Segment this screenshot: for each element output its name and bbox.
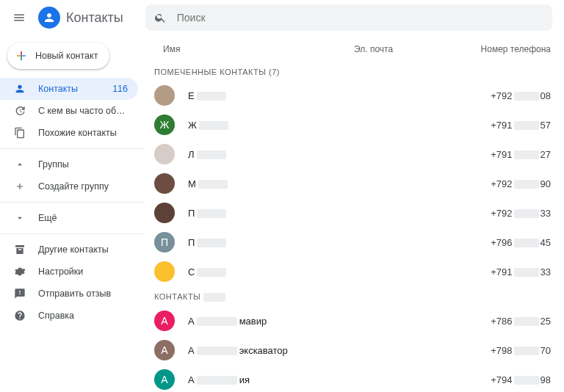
redacted-text	[514, 317, 539, 326]
contact-phone: +78625	[470, 316, 551, 327]
contact-row[interactable]: П+79233	[150, 198, 557, 228]
contact-phone: +79870	[470, 345, 551, 356]
sidebar-item-create-group[interactable]: Создайте группу	[0, 175, 138, 197]
menu-button[interactable]	[6, 4, 32, 31]
person-icon	[13, 83, 26, 95]
section-title: ПОМЕЧЕННЫЕ КОНТАКТЫ (7)	[150, 62, 557, 81]
sidebar-item-label: Справка	[38, 311, 128, 321]
sidebar: Новый контакт Контакты 116 С кем вы част…	[0, 35, 144, 392]
contact-row[interactable]: Е+79208	[150, 81, 557, 110]
sidebar-separator	[0, 233, 144, 234]
app-logo: Контакты	[38, 7, 132, 29]
new-contact-label: Новый контакт	[35, 51, 98, 61]
redacted-text	[514, 376, 539, 385]
avatar	[154, 173, 175, 194]
avatar: А	[154, 340, 175, 360]
redacted-text	[197, 150, 226, 159]
contact-phone: +79233	[470, 208, 551, 219]
sidebar-item-duplicates[interactable]: Похожие контакты	[0, 122, 138, 144]
contact-name: П	[188, 208, 357, 219]
redacted-text	[197, 317, 237, 326]
avatar: А	[154, 311, 175, 331]
sidebar-item-label: Настройки	[38, 266, 128, 277]
redacted-text	[197, 239, 226, 247]
sidebar-item-label: Похожие контакты	[38, 128, 128, 138]
sidebar-item-label: Группы	[38, 159, 128, 170]
redacted-text	[197, 268, 226, 277]
contact-row[interactable]: ЖЖ+79157	[150, 110, 557, 139]
contact-name: Е	[188, 90, 357, 101]
sidebar-item-help[interactable]: Справка	[0, 305, 138, 327]
sidebar-item-label: Отправить отзыв	[38, 288, 128, 299]
sidebar-item-label: С кем вы часто общае…	[38, 106, 128, 116]
contact-name: Амавир	[188, 316, 357, 327]
contact-phone: +79157	[470, 120, 551, 131]
sidebar-item-feedback[interactable]: Отправить отзыв	[0, 283, 138, 305]
contact-row[interactable]: ААмавир+78625	[150, 306, 557, 335]
sidebar-separator	[0, 202, 144, 203]
contact-row[interactable]: ПП+79645	[150, 228, 557, 257]
avatar: А	[154, 369, 175, 390]
redacted-text	[514, 268, 539, 277]
avatar: Ж	[154, 115, 175, 135]
redacted-text	[197, 346, 237, 355]
sidebar-item-label: Контакты	[38, 84, 101, 94]
contact-row[interactable]: ААэкскаватор+79870	[150, 335, 557, 365]
redacted-text	[514, 209, 539, 218]
contact-name: П	[188, 237, 357, 248]
contact-phone: +79498	[470, 374, 551, 385]
sidebar-separator	[0, 148, 144, 149]
help-icon	[13, 310, 26, 322]
contact-name: С	[188, 266, 357, 277]
redacted-text	[197, 209, 226, 218]
sidebar-item-more[interactable]: Ещё	[0, 207, 138, 229]
search-bar[interactable]	[145, 4, 552, 31]
redacted-text	[197, 376, 237, 385]
avatar: П	[154, 232, 175, 253]
history-icon	[13, 105, 26, 117]
col-header-phone: Номер телефона	[470, 44, 551, 54]
new-contact-button[interactable]: Новый контакт	[7, 43, 109, 69]
sidebar-item-label: Другие контакты	[38, 244, 128, 255]
sidebar-item-groups[interactable]: Группы	[0, 153, 138, 175]
hamburger-icon	[12, 11, 26, 24]
contact-row[interactable]: Л+79127	[150, 139, 557, 169]
sidebar-item-frequent[interactable]: С кем вы часто общае…	[0, 100, 138, 122]
redacted-text	[514, 121, 539, 130]
feedback-icon	[13, 288, 26, 300]
contact-name: Аия	[188, 374, 357, 385]
search-icon	[154, 11, 167, 24]
contacts-main: Имя Эл. почта Номер телефона ПОМЕЧЕННЫЕ …	[144, 35, 564, 392]
contact-name: Л	[188, 149, 357, 160]
avatar	[154, 261, 175, 282]
search-input[interactable]	[176, 11, 543, 24]
redacted-text	[514, 180, 539, 189]
col-header-email: Эл. почта	[354, 44, 470, 54]
avatar	[154, 85, 175, 106]
contact-name: Ж	[188, 120, 357, 131]
contact-name: М	[188, 178, 357, 189]
contact-row[interactable]: С+79133	[150, 257, 557, 286]
sidebar-item-other[interactable]: Другие контакты	[0, 239, 138, 261]
contact-phone: +79290	[470, 178, 551, 189]
redacted-text	[514, 92, 539, 101]
redacted-text	[514, 239, 539, 247]
col-header-name: Имя	[163, 44, 354, 54]
app-header: Контакты	[0, 0, 564, 35]
chevron-down-icon	[13, 213, 26, 223]
section-title: КОНТАКТЫ	[150, 286, 557, 306]
sidebar-item-label: Ещё	[38, 213, 128, 223]
sidebar-item-settings[interactable]: Настройки	[0, 261, 138, 283]
sidebar-item-contacts[interactable]: Контакты 116	[0, 78, 138, 100]
redacted-text	[199, 121, 228, 130]
plus-thin-icon	[13, 181, 26, 192]
sidebar-badge-count: 116	[112, 84, 128, 94]
redacted-text	[198, 180, 228, 189]
contact-row[interactable]: М+79290	[150, 169, 557, 198]
contact-phone: +79645	[470, 237, 551, 248]
chevron-up-icon	[13, 159, 26, 170]
contact-row[interactable]: ААия+79498	[150, 365, 557, 392]
gear-icon	[13, 266, 26, 277]
contact-name: Аэкскаватор	[188, 345, 357, 356]
column-headers: Имя Эл. почта Номер телефона	[150, 38, 557, 62]
